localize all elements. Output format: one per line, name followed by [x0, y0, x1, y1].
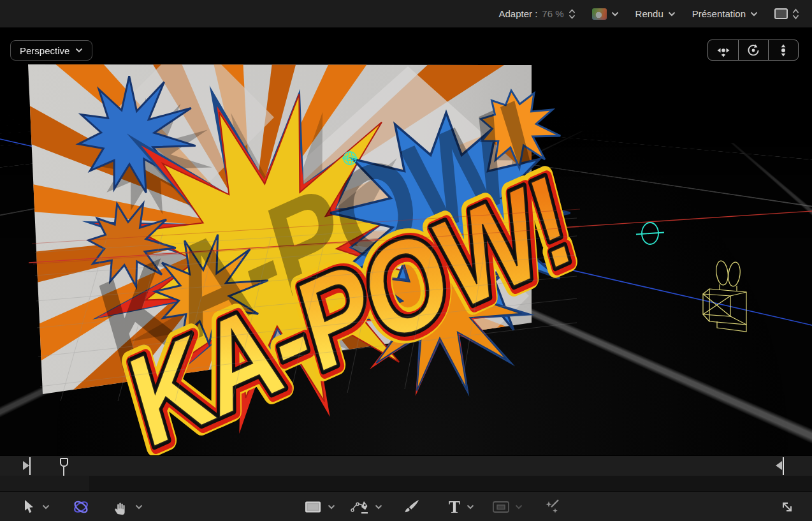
- in-point-line: [29, 457, 31, 475]
- orbit-3d-tool-icon: [71, 498, 91, 516]
- bottom-toolbar: T: [0, 491, 812, 521]
- dolly-3d-button[interactable]: [768, 40, 798, 60]
- zoom-fit-value: 76 %: [542, 8, 563, 19]
- rotation-handle-widget: [636, 223, 664, 244]
- text-tool-menu[interactable]: [467, 492, 474, 521]
- pan-hand-icon: [112, 499, 127, 515]
- camera-popup-button[interactable]: Perspective: [10, 40, 92, 61]
- playhead-stem: [63, 467, 64, 476]
- chevron-down-icon: [328, 504, 335, 510]
- render-menu[interactable]: Rendu: [635, 8, 676, 19]
- select-tool-button[interactable]: [23, 492, 36, 521]
- chevron-down-icon: [750, 11, 758, 17]
- view-options-label: Présentation: [692, 8, 746, 19]
- chevron-down-icon: [668, 11, 676, 17]
- timeline-track-strip: [0, 476, 812, 491]
- pan-tool-menu[interactable]: [135, 492, 143, 521]
- mini-timeline[interactable]: [0, 455, 812, 476]
- mask-tool-menu[interactable]: [515, 492, 523, 521]
- orbit-3d-icon: [746, 43, 761, 58]
- view-3d-tools: [707, 40, 799, 61]
- scene-artwork: KA-POW! KA-POW! KA-POW! KA-POW! KA-POW!: [0, 28, 812, 455]
- bezier-tool-menu[interactable]: [375, 492, 382, 521]
- in-point-marker[interactable]: [23, 461, 29, 470]
- chevron-down-icon: [135, 504, 143, 510]
- expand-fullscreen-icon: [779, 499, 795, 515]
- image-mask-icon: [492, 500, 510, 514]
- select-arrow-icon: [23, 499, 36, 515]
- orbit-3d-button[interactable]: [738, 40, 768, 60]
- chevron-down-icon: [375, 504, 382, 510]
- bezier-tool-button[interactable]: [351, 492, 371, 521]
- rectangle-shape-icon: [305, 500, 321, 514]
- chevron-down-icon: [467, 504, 474, 510]
- window-layout-icon: [774, 8, 788, 19]
- text-tool-button[interactable]: T: [446, 492, 463, 521]
- stepper-chevrons-icon[interactable]: [569, 9, 576, 19]
- shape-tool-menu[interactable]: [328, 492, 335, 521]
- out-point-line: [783, 457, 784, 475]
- playhead[interactable]: [60, 458, 68, 467]
- zoom-fit-control[interactable]: Adapter : 76 %: [498, 8, 575, 19]
- text-tool-icon: T: [446, 498, 463, 516]
- chevron-down-icon: [75, 48, 83, 53]
- select-tool-menu[interactable]: [42, 492, 50, 521]
- bezier-pen-icon: [351, 499, 371, 515]
- stepper-chevrons-icon: [792, 8, 799, 20]
- svg-text:T: T: [449, 498, 460, 516]
- particles-tool-button[interactable]: [543, 492, 561, 521]
- mask-tool-button[interactable]: [492, 492, 510, 521]
- window-layout-control[interactable]: [774, 8, 799, 20]
- out-point-marker[interactable]: [776, 461, 782, 470]
- chevron-down-icon: [42, 504, 50, 510]
- pan-3d-button[interactable]: [708, 40, 738, 60]
- color-channels-swatch-icon: [592, 8, 607, 20]
- orbit-3d-tool-button[interactable]: [71, 492, 91, 521]
- chevron-down-icon: [515, 504, 523, 510]
- canvas-3d-viewport[interactable]: KA-POW! KA-POW! KA-POW! KA-POW! KA-POW!: [0, 28, 812, 455]
- render-menu-label: Rendu: [635, 8, 663, 19]
- camera-wireframe-icon: [703, 260, 746, 332]
- expand-view-button[interactable]: [779, 492, 795, 521]
- motion-app-window: { "top_bar": { "fit_label": "Adapter :",…: [0, 0, 812, 521]
- dolly-3d-icon: [776, 43, 791, 58]
- pan-tool-button[interactable]: [112, 492, 127, 521]
- timeline-track-header: [0, 476, 89, 491]
- color-channels-menu[interactable]: [592, 8, 619, 20]
- view-options-menu[interactable]: Présentation: [692, 8, 758, 19]
- pan-3d-icon: [716, 43, 731, 58]
- chevron-down-icon: [611, 11, 619, 17]
- top-toolbar: Adapter : 76 % Rendu Présentation: [0, 0, 812, 28]
- particles-wand-icon: [543, 499, 561, 515]
- zoom-fit-label: Adapter :: [498, 8, 537, 19]
- paint-brush-icon: [402, 499, 421, 515]
- shape-tool-button[interactable]: [305, 492, 321, 521]
- camera-popup-label: Perspective: [20, 45, 69, 56]
- paint-tool-button[interactable]: [402, 492, 421, 521]
